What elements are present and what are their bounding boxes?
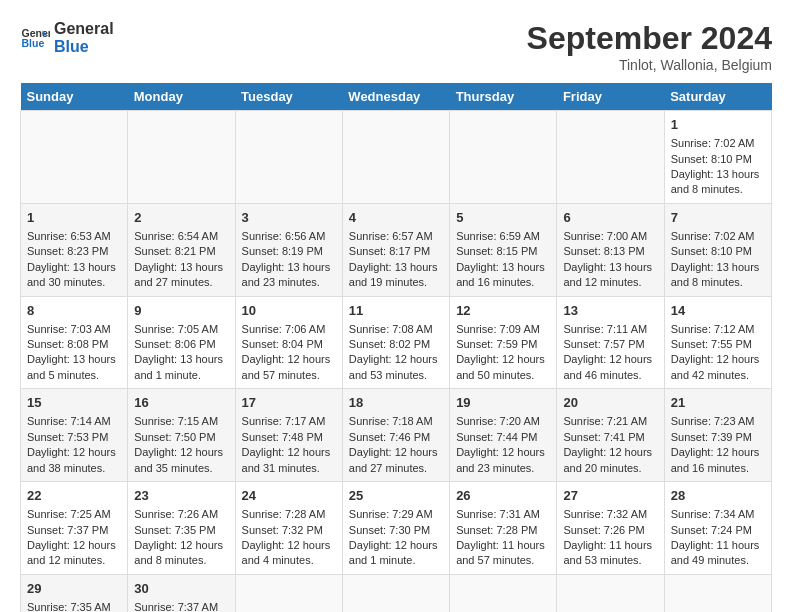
calendar-cell: 3Sunrise: 6:56 AMSunset: 8:19 PMDaylight… [235,203,342,296]
header-day-saturday: Saturday [664,83,771,111]
day-info-line: Sunset: 8:02 PM [349,337,443,352]
day-info-line: Sunrise: 7:02 AM [671,229,765,244]
calendar-cell: 18Sunrise: 7:18 AMSunset: 7:46 PMDayligh… [342,389,449,482]
day-number: 1 [27,209,121,227]
title-block: September 2024 Tinlot, Wallonia, Belgium [527,20,772,73]
day-info-line: Sunrise: 7:11 AM [563,322,657,337]
day-info-line: Daylight: 12 hours [242,352,336,367]
day-number: 28 [671,487,765,505]
calendar-cell: 8Sunrise: 7:03 AMSunset: 8:08 PMDaylight… [21,296,128,389]
header-day-monday: Monday [128,83,235,111]
week-row-1: 1Sunrise: 7:02 AMSunset: 8:10 PMDaylight… [21,111,772,204]
calendar-cell: 28Sunrise: 7:34 AMSunset: 7:24 PMDayligh… [664,482,771,575]
day-info-line: Daylight: 12 hours [456,445,550,460]
day-number: 7 [671,209,765,227]
day-info-line: Daylight: 12 hours [134,445,228,460]
day-number: 16 [134,394,228,412]
calendar-cell: 16Sunrise: 7:15 AMSunset: 7:50 PMDayligh… [128,389,235,482]
day-info-line: Daylight: 12 hours [349,538,443,553]
day-info-line: Sunset: 8:23 PM [27,244,121,259]
calendar-cell [235,111,342,204]
day-info-line: Daylight: 12 hours [349,445,443,460]
calendar-cell: 24Sunrise: 7:28 AMSunset: 7:32 PMDayligh… [235,482,342,575]
calendar-cell: 10Sunrise: 7:06 AMSunset: 8:04 PMDayligh… [235,296,342,389]
day-info-line: and 38 minutes. [27,461,121,476]
week-row-5: 22Sunrise: 7:25 AMSunset: 7:37 PMDayligh… [21,482,772,575]
header-row: SundayMondayTuesdayWednesdayThursdayFrid… [21,83,772,111]
calendar-cell: 5Sunrise: 6:59 AMSunset: 8:15 PMDaylight… [450,203,557,296]
day-info-line: Sunset: 7:24 PM [671,523,765,538]
calendar-cell: 12Sunrise: 7:09 AMSunset: 7:59 PMDayligh… [450,296,557,389]
calendar-cell: 26Sunrise: 7:31 AMSunset: 7:28 PMDayligh… [450,482,557,575]
day-number: 1 [671,116,765,134]
day-info-line: and 30 minutes. [27,275,121,290]
day-info-line: Sunrise: 7:02 AM [671,136,765,151]
header-day-friday: Friday [557,83,664,111]
day-number: 3 [242,209,336,227]
header-day-sunday: Sunday [21,83,128,111]
day-info-line: and 57 minutes. [456,553,550,568]
day-info-line: Sunset: 7:50 PM [134,430,228,445]
day-info-line: Sunrise: 7:29 AM [349,507,443,522]
day-info-line: Daylight: 13 hours [242,260,336,275]
day-info-line: Sunrise: 7:31 AM [456,507,550,522]
calendar-cell [342,574,449,612]
day-info-line: Sunset: 7:26 PM [563,523,657,538]
day-info-line: Sunset: 8:04 PM [242,337,336,352]
day-info-line: and 57 minutes. [242,368,336,383]
calendar-cell: 1Sunrise: 7:02 AMSunset: 8:10 PMDaylight… [664,111,771,204]
day-info-line: Daylight: 12 hours [349,352,443,367]
day-info-line: Daylight: 12 hours [671,445,765,460]
day-info-line: and 46 minutes. [563,368,657,383]
day-number: 2 [134,209,228,227]
day-number: 6 [563,209,657,227]
day-info-line: Sunset: 7:32 PM [242,523,336,538]
day-number: 24 [242,487,336,505]
day-info-line: Sunset: 7:41 PM [563,430,657,445]
day-info-line: Sunrise: 7:35 AM [27,600,121,612]
day-info-line: Daylight: 13 hours [27,352,121,367]
day-number: 8 [27,302,121,320]
calendar-cell [450,574,557,612]
day-number: 10 [242,302,336,320]
day-info-line: Daylight: 12 hours [456,352,550,367]
day-info-line: and 35 minutes. [134,461,228,476]
day-info-line: Sunrise: 7:28 AM [242,507,336,522]
day-number: 17 [242,394,336,412]
day-number: 12 [456,302,550,320]
day-number: 5 [456,209,550,227]
week-row-4: 15Sunrise: 7:14 AMSunset: 7:53 PMDayligh… [21,389,772,482]
calendar-cell [235,574,342,612]
day-info-line: and 16 minutes. [671,461,765,476]
day-info-line: and 20 minutes. [563,461,657,476]
day-info-line: Sunrise: 7:37 AM [134,600,228,612]
day-info-line: Sunrise: 7:06 AM [242,322,336,337]
day-info-line: Daylight: 13 hours [134,260,228,275]
day-number: 9 [134,302,228,320]
calendar-cell: 27Sunrise: 7:32 AMSunset: 7:26 PMDayligh… [557,482,664,575]
calendar-cell: 11Sunrise: 7:08 AMSunset: 8:02 PMDayligh… [342,296,449,389]
calendar-cell [557,574,664,612]
day-info-line: and 49 minutes. [671,553,765,568]
day-info-line: Daylight: 13 hours [27,260,121,275]
day-info-line: and 8 minutes. [671,182,765,197]
day-info-line: Daylight: 11 hours [671,538,765,553]
day-info-line: Sunset: 7:37 PM [27,523,121,538]
day-info-line: and 42 minutes. [671,368,765,383]
day-info-line: Daylight: 12 hours [242,445,336,460]
day-number: 18 [349,394,443,412]
day-info-line: and 4 minutes. [242,553,336,568]
week-row-2: 1Sunrise: 6:53 AMSunset: 8:23 PMDaylight… [21,203,772,296]
day-info-line: Sunset: 8:19 PM [242,244,336,259]
page-header: General Blue General Blue September 2024… [20,20,772,73]
day-info-line: Daylight: 11 hours [563,538,657,553]
day-info-line: Sunrise: 7:34 AM [671,507,765,522]
calendar-cell: 2Sunrise: 6:54 AMSunset: 8:21 PMDaylight… [128,203,235,296]
day-number: 14 [671,302,765,320]
day-info-line: Sunrise: 7:20 AM [456,414,550,429]
day-info-line: Sunrise: 7:00 AM [563,229,657,244]
day-info-line: and 31 minutes. [242,461,336,476]
day-info-line: Sunset: 8:06 PM [134,337,228,352]
calendar-cell: 29Sunrise: 7:35 AMSunset: 7:21 PMDayligh… [21,574,128,612]
day-info-line: Daylight: 12 hours [563,352,657,367]
